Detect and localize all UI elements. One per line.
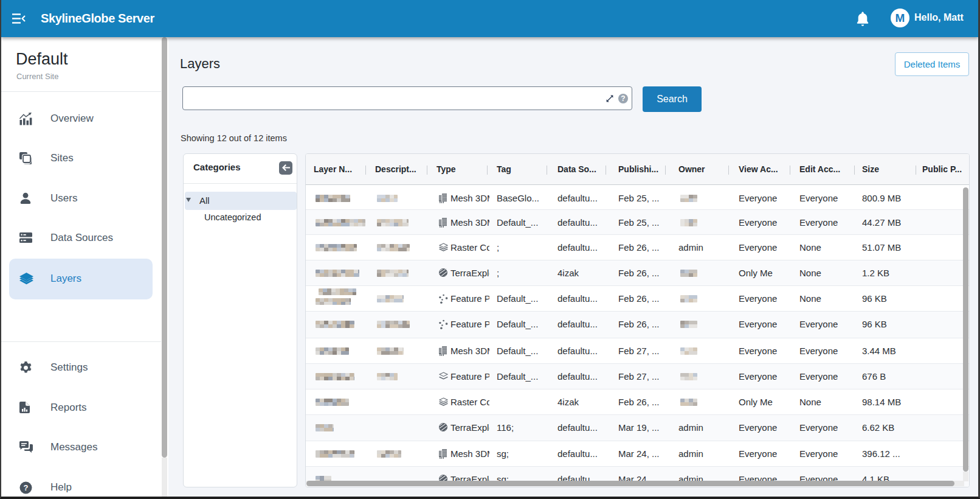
- svg-text:?: ?: [24, 483, 29, 492]
